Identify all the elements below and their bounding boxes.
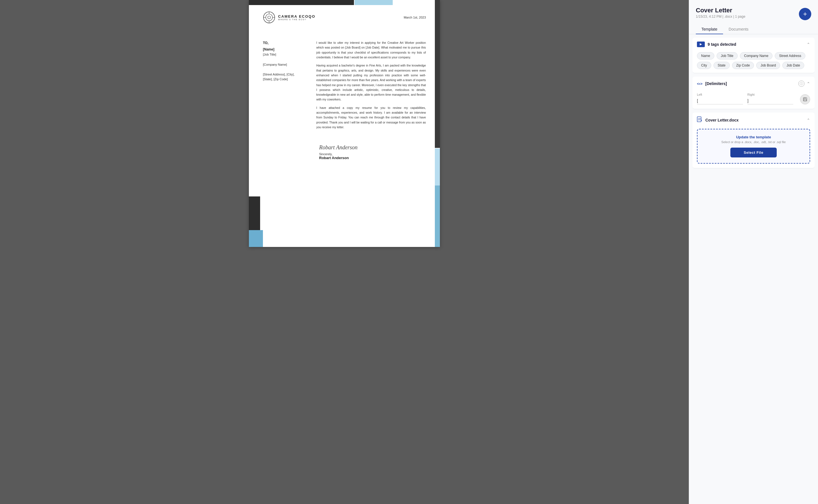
file-section: Cover Letter.docx ⌃ Update the template …: [693, 113, 815, 168]
doc-header-bar: [249, 0, 440, 5]
tag-icon: [697, 42, 705, 47]
left-delimiter-field: Left: [697, 93, 743, 104]
body-para3: I have attached a copy my resume for you…: [316, 106, 426, 130]
file-section-header[interactable]: Cover Letter.docx ⌃: [693, 113, 815, 128]
panel-title-group: Cover Letter 1/15/23, 4:12 PM | .docx | …: [696, 7, 745, 19]
delimiters-icon: <•>: [697, 82, 703, 86]
right-delimiter-input[interactable]: [748, 97, 794, 104]
bottom-blue: [249, 230, 263, 247]
tags-container: Name Job Title Company Name Street Addre…: [693, 51, 815, 73]
svg-point-2: [268, 16, 271, 19]
left-delimiter-label: Left: [697, 93, 743, 96]
header-bar-blue: [355, 0, 393, 5]
tab-template[interactable]: Template: [696, 25, 723, 34]
upload-subtitle: Select or drop a .docx, .doc, .odt, .txt…: [702, 140, 805, 144]
bottom-dark: [249, 196, 260, 230]
file-chevron[interactable]: ⌃: [807, 118, 810, 122]
left-delimiter-input[interactable]: [697, 97, 743, 104]
file-header-left: Cover Letter.docx: [697, 116, 739, 124]
tags-header-right: ⌃: [807, 42, 810, 47]
right-delimiter-field: Right: [748, 93, 794, 104]
svg-rect-11: [804, 99, 806, 101]
tags-chevron[interactable]: ⌃: [807, 42, 810, 47]
upload-zone[interactable]: Update the template Select or drop a .do…: [697, 129, 810, 164]
tag-street-address[interactable]: Street Address: [775, 52, 805, 59]
tag-company-name[interactable]: Company Name: [740, 52, 773, 59]
doc-logo-row: CAMERA ECOQO WHERE'S THE ECO? March 1st,…: [263, 11, 426, 24]
tag-job-title[interactable]: Job Title: [717, 52, 738, 59]
tag-name[interactable]: Name: [697, 52, 714, 59]
panel-header: Cover Letter 1/15/23, 4:12 PM | .docx | …: [689, 0, 818, 20]
logo-text: CAMERA ECOQO WHERE'S THE ECO?: [278, 14, 316, 20]
address-line1: [Street Address], [City],: [263, 72, 308, 77]
tags-section-title: 9 tags detected: [708, 42, 736, 47]
to-label: TO,: [263, 40, 308, 46]
delimiters-section-title: [Delimiters]: [705, 81, 727, 86]
tag-city[interactable]: City: [697, 62, 711, 69]
svg-point-1: [266, 14, 273, 21]
name-tag: [Name]: [263, 47, 308, 52]
doc-left-col: TO, [Name] [Job Title] [Company Name] [S…: [263, 40, 308, 133]
doc-bottom-deco: [249, 196, 266, 247]
tag-state[interactable]: State: [714, 62, 730, 69]
delimiters-chevron[interactable]: ⌃: [807, 81, 810, 86]
file-header-right: ⌃: [807, 118, 810, 122]
body-para1: I would like to utter my interest in app…: [316, 40, 426, 60]
panel-body: 9 tags detected ⌃ Name Job Title Company…: [689, 34, 818, 504]
document-preview: CAMERA ECOQO WHERE'S THE ECO? March 1st,…: [0, 0, 689, 504]
header-bar-dark: [249, 0, 354, 5]
address-line2: [State], [Zip Code]: [263, 77, 308, 82]
panel-tabs: Template Documents: [689, 20, 818, 34]
doc-logo: CAMERA ECOQO WHERE'S THE ECO?: [263, 11, 316, 24]
file-icon: [697, 116, 703, 124]
delimiters-section: <•> [Delimiters] ⓘ ⌃ Left Right: [693, 77, 815, 109]
delimiters-save-button[interactable]: [800, 94, 810, 104]
camera-logo-icon: [263, 11, 275, 24]
strip-blue-light: [435, 148, 440, 185]
job-title-tag: [Job Title]: [263, 52, 308, 57]
delimiters-fields: Left Right: [697, 93, 810, 104]
body-para2: Having acquired a bachelor's degree in F…: [316, 63, 426, 102]
sincerely-label: Sincerely,: [319, 152, 426, 156]
tab-documents[interactable]: Documents: [723, 25, 754, 34]
strip-blue: [435, 185, 440, 247]
panel-subtitle: 1/15/23, 4:12 PM | .docx | 1 page: [696, 15, 745, 19]
delimiters-header-right: ⓘ ⌃: [798, 81, 810, 87]
doc-body: TO, [Name] [Job Title] [Company Name] [S…: [263, 40, 426, 133]
select-file-button[interactable]: Select File: [730, 148, 777, 157]
strip-dark: [435, 0, 440, 148]
doc-content: CAMERA ECOQO WHERE'S THE ECO? March 1st,…: [249, 0, 440, 171]
delimiters-body: Left Right: [693, 91, 815, 109]
doc-date: March 1st, 2023: [404, 16, 426, 19]
delimiters-section-header[interactable]: <•> [Delimiters] ⓘ ⌃: [693, 77, 815, 91]
company-name-tag: [Company Name]: [263, 62, 308, 67]
svg-rect-10: [804, 98, 806, 99]
file-section-title: Cover Letter.docx: [705, 118, 739, 122]
delimiters-header-left: <•> [Delimiters]: [697, 81, 727, 86]
tag-zip-code[interactable]: Zip Code: [732, 62, 754, 69]
tag-job-date[interactable]: Job Date: [782, 62, 804, 69]
tags-section: 9 tags detected ⌃ Name Job Title Company…: [693, 38, 815, 73]
tags-section-header[interactable]: 9 tags detected ⌃: [693, 38, 815, 51]
upload-title: Update the template: [702, 135, 805, 139]
doc-page: CAMERA ECOQO WHERE'S THE ECO? March 1st,…: [249, 0, 440, 247]
tag-job-board[interactable]: Job Board: [756, 62, 780, 69]
right-panel: Cover Letter 1/15/23, 4:12 PM | .docx | …: [689, 0, 818, 504]
doc-right-col: I would like to utter my interest in app…: [316, 40, 426, 133]
signature-graphic: Robart Anderson: [319, 144, 426, 151]
delimiters-info-button[interactable]: ⓘ: [798, 81, 805, 87]
doc-signature: Robart Anderson Sincerely, Robart Anders…: [263, 144, 426, 160]
panel-title: Cover Letter: [696, 7, 745, 14]
add-button[interactable]: +: [799, 8, 811, 20]
right-delimiter-label: Right: [748, 93, 794, 96]
doc-right-strip: [435, 0, 440, 247]
tags-header-left: 9 tags detected: [697, 42, 736, 47]
signer-name: Robart Anderson: [319, 156, 426, 160]
